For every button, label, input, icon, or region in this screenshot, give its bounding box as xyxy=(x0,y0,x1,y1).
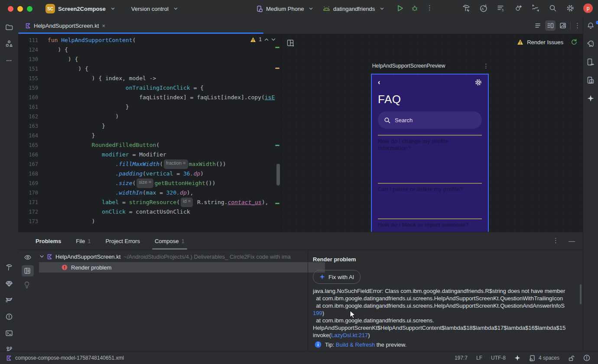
device-manager-tool-button[interactable] xyxy=(587,58,598,67)
debug-ai-icon[interactable] xyxy=(514,4,523,13)
code-line[interactable]: 160 faqList[index] = faqList[index].copy… xyxy=(18,93,281,102)
gemini-tool-button[interactable] xyxy=(0,276,18,292)
inspections-widget[interactable]: 1 xyxy=(250,36,276,42)
preview-menu-icon[interactable]: ⋮ xyxy=(483,62,489,69)
run-button[interactable] xyxy=(396,4,404,12)
trace-link[interactable]: LazyDsl.kt:217 xyxy=(331,332,368,338)
error-highlight-icon[interactable] xyxy=(583,354,590,361)
code-token: } xyxy=(44,102,129,112)
preview-view-icon[interactable] xyxy=(559,22,567,29)
more-tools-button[interactable]: ⋯ xyxy=(0,52,18,68)
unlock-icon[interactable] xyxy=(568,355,575,361)
code-line[interactable]: 168 .padding(vertical = 36.dp) xyxy=(18,169,281,179)
build-tool-button[interactable] xyxy=(0,259,18,276)
vcs-widget[interactable]: Version control xyxy=(131,6,178,12)
code-line[interactable]: 161 } xyxy=(18,102,281,112)
debug-button[interactable] xyxy=(411,4,419,12)
line-ending[interactable]: LF xyxy=(476,355,482,361)
settings-gear-icon[interactable] xyxy=(566,4,575,13)
line-number: 160 xyxy=(18,93,44,102)
code-line[interactable]: 172 onClick = contactUsOnClick xyxy=(18,207,281,217)
gradle-tool-button[interactable] xyxy=(586,40,598,48)
code-editor[interactable]: 111 fun HelpAndSupportContent(124 ) {130… xyxy=(18,34,281,232)
search-icon[interactable] xyxy=(549,4,557,13)
ai-code-completion-icon[interactable]: A xyxy=(479,4,488,13)
code-line[interactable]: 169 .size(size =getButtonHeight()) xyxy=(18,179,281,188)
close-tab-icon[interactable]: × xyxy=(102,23,105,29)
notifications-button[interactable] xyxy=(586,22,598,30)
panel-options-icon[interactable]: ⋮ xyxy=(552,237,559,244)
code-line[interactable]: 151 ) { xyxy=(18,64,281,74)
panel-tab-file[interactable]: File1 xyxy=(76,232,91,250)
render-problem-row[interactable]: Render problem xyxy=(39,262,325,273)
avatar[interactable]: p xyxy=(583,3,593,13)
running-devices-tool-button[interactable] xyxy=(587,76,598,85)
code-line[interactable]: 163 } xyxy=(18,121,281,131)
code-line[interactable]: 173 ) xyxy=(18,217,281,226)
render-issues-widget[interactable]: Render Issues xyxy=(517,39,577,46)
preview-eye-button[interactable] xyxy=(22,252,34,263)
code-token: ) xyxy=(44,217,95,226)
code-line[interactable]: 170 .widthIn(max = 320.dp), xyxy=(18,188,281,198)
todo-list-icon[interactable]: 5 xyxy=(497,4,505,13)
terminal-tool-button[interactable] xyxy=(0,325,18,341)
indent-widget[interactable]: 4 spaces xyxy=(529,355,559,361)
code-line[interactable]: 159 onTrailingIconClick = { xyxy=(18,83,281,93)
code-line[interactable]: 162 ) xyxy=(18,112,281,121)
more-run-options-icon[interactable]: ⋮ xyxy=(426,4,433,12)
code-view-icon[interactable] xyxy=(534,22,542,29)
logcat-tool-button[interactable] xyxy=(0,292,18,309)
close-window-button[interactable] xyxy=(8,6,13,12)
code-line[interactable]: 164 } xyxy=(18,131,281,140)
code-line[interactable]: 111 fun HelpAndSupportContent( xyxy=(18,36,281,45)
split-view-button[interactable] xyxy=(545,20,556,31)
code-line[interactable]: 155 ) { index, model -> xyxy=(18,74,281,83)
fix-with-ai-button[interactable]: Fix with AI xyxy=(313,270,361,284)
profiler-icon[interactable] xyxy=(531,4,540,13)
panel-tab-problems[interactable]: Problems xyxy=(36,232,61,250)
code-line[interactable]: 130 ) { xyxy=(18,55,281,64)
code-line[interactable]: 167 .fillMaxWidth(fraction =maxWidth()) xyxy=(18,159,281,169)
commit-tool-button[interactable] xyxy=(0,36,18,52)
pane-divider[interactable] xyxy=(308,250,308,351)
problems-tool-button[interactable] xyxy=(0,309,18,325)
panel-tab-compose[interactable]: Compose1 xyxy=(155,232,185,250)
build-icon[interactable] xyxy=(462,4,471,13)
problems-tree-file-row[interactable]: HelpAndSupportScreen.kt ~/AndroidStudioP… xyxy=(40,252,308,261)
minimize-window-button[interactable] xyxy=(17,6,23,12)
details-view-button[interactable] xyxy=(22,265,34,276)
preview-layout-mode-button[interactable] xyxy=(286,39,294,47)
panel-tab-project-errors[interactable]: Project Errors xyxy=(105,232,140,250)
run-config-selector[interactable]: datingandfriends xyxy=(323,6,384,12)
code-line[interactable]: 165 RoundedFilledButton( xyxy=(18,140,281,150)
code-line[interactable]: 166 modifier = Modifier xyxy=(18,150,281,159)
code-line[interactable]: 171 label = stringResource(id = R.string… xyxy=(18,198,281,207)
code-line[interactable]: 124 ) { xyxy=(18,45,281,55)
search-bar: Search xyxy=(378,111,482,129)
code-token: R.string. xyxy=(194,198,228,207)
editor-scrollbar[interactable] xyxy=(276,164,280,185)
editor-options-icon[interactable]: ⋮ xyxy=(574,22,581,29)
device-selector[interactable]: Medium Phone xyxy=(257,5,313,12)
project-widget[interactable]: SC Screen2Compose xyxy=(46,4,115,13)
sparkle-icon[interactable] xyxy=(514,355,520,361)
trace-link[interactable]: 199 xyxy=(313,310,322,316)
cursor-position[interactable]: 197:7 xyxy=(455,355,468,361)
prev-problem-icon[interactable] xyxy=(264,38,269,41)
encoding[interactable]: UTF-8 xyxy=(491,355,506,361)
kotlin-file-icon xyxy=(6,355,12,361)
refresh-icon[interactable] xyxy=(570,39,577,46)
next-problem-icon[interactable] xyxy=(271,38,276,41)
preview-header[interactable]: HelpAndSupportScreenPreview ⋮ xyxy=(371,62,487,69)
code-token: = xyxy=(119,198,129,207)
tab-helpandsupportscreen[interactable]: HelpAndSupportScreen.kt × xyxy=(22,17,109,34)
code-token: .padding xyxy=(115,169,143,179)
quick-fix-bulb-button[interactable] xyxy=(22,279,34,291)
gemini-sparkle-button[interactable] xyxy=(587,94,598,102)
statusbar-file-widget[interactable]: compose-compose-model-1758748140651.xml xyxy=(6,355,124,361)
build-refresh-link[interactable]: Build & Refresh xyxy=(336,341,375,348)
detail-scrollbar[interactable] xyxy=(580,284,582,304)
project-tool-button[interactable] xyxy=(0,19,18,36)
panel-minimize-icon[interactable]: — xyxy=(569,237,575,244)
zoom-window-button[interactable] xyxy=(27,6,32,12)
